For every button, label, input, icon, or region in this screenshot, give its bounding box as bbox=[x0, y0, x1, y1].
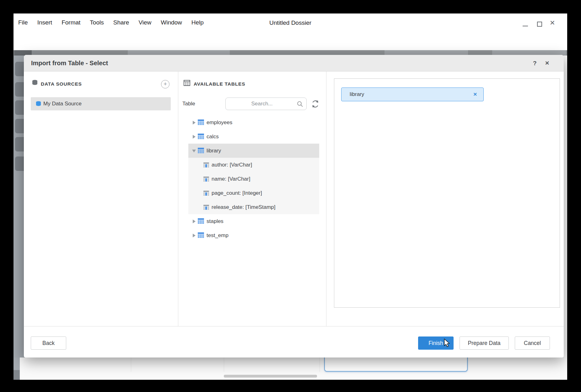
tree-item-table[interactable]: test_emp bbox=[188, 228, 319, 242]
table-icon bbox=[198, 134, 204, 139]
panel-divider bbox=[178, 72, 178, 326]
dialog-title: Import from Table - Select bbox=[31, 55, 108, 72]
data-sources-icon bbox=[31, 79, 38, 86]
tree-item-table[interactable]: staples bbox=[188, 214, 319, 228]
remove-table-icon[interactable]: ✕ bbox=[473, 88, 477, 101]
dialog-footer: Back Finish Prepare Data Cancel bbox=[24, 326, 564, 358]
chip-label: library bbox=[350, 88, 364, 101]
panel-divider bbox=[326, 72, 326, 326]
minimize-icon[interactable] bbox=[523, 26, 528, 26]
tree-item-column[interactable]: name: [VarChar] bbox=[188, 172, 319, 186]
tree-item-column[interactable]: author: [VarChar] bbox=[188, 158, 319, 172]
menu-bar: File Insert Format Tools Share View Wind… bbox=[13, 13, 567, 31]
caret-right-icon[interactable] bbox=[193, 220, 196, 223]
data-sources-header: DATA SOURCES bbox=[41, 81, 82, 87]
column-icon bbox=[203, 162, 209, 167]
import-from-table-dialog: Import from Table - Select ? ✕ DATA SOUR… bbox=[24, 55, 564, 358]
menu-share[interactable]: Share bbox=[113, 19, 129, 26]
tree-item-table-selected[interactable]: library bbox=[188, 144, 319, 158]
table-label: Table bbox=[182, 101, 195, 107]
column-icon bbox=[203, 177, 209, 182]
caret-right-icon[interactable] bbox=[193, 121, 196, 124]
background-horizontal-scrollbar bbox=[224, 375, 317, 378]
table-icon bbox=[198, 232, 204, 238]
help-icon[interactable]: ? bbox=[533, 55, 537, 72]
column-icon bbox=[203, 191, 209, 196]
tree-item-table[interactable]: employees bbox=[188, 115, 319, 130]
tables-tree: employees calcs library author: [VarChar… bbox=[188, 115, 319, 242]
tree-item-column[interactable]: release_date: [TimeStamp] bbox=[188, 200, 319, 214]
caret-down-icon[interactable] bbox=[192, 150, 196, 152]
screen: File Insert Format Tools Share View Wind… bbox=[0, 0, 581, 392]
add-data-source-button[interactable]: + bbox=[161, 80, 169, 88]
table-icon bbox=[198, 148, 204, 153]
prepare-data-button[interactable]: Prepare Data bbox=[460, 336, 509, 350]
menu-file[interactable]: File bbox=[18, 19, 28, 26]
caret-right-icon[interactable] bbox=[193, 135, 196, 139]
search-input[interactable] bbox=[228, 98, 296, 110]
menu-view[interactable]: View bbox=[138, 19, 151, 26]
menu-window[interactable]: Window bbox=[161, 19, 182, 26]
tree-item-column[interactable]: page_count: [Integer] bbox=[188, 186, 319, 200]
app-window: File Insert Format Tools Share View Wind… bbox=[13, 13, 567, 380]
toolbar: ⌄ T < > HTML bbox=[13, 31, 567, 50]
close-dialog-icon[interactable]: ✕ bbox=[545, 55, 549, 72]
column-icon bbox=[203, 205, 209, 210]
available-tables-header: AVAILABLE TABLES bbox=[194, 81, 245, 87]
table-icon bbox=[198, 119, 204, 125]
background-vertical-scrollbar bbox=[13, 370, 20, 380]
caret-right-icon[interactable] bbox=[193, 234, 196, 237]
database-icon bbox=[35, 101, 42, 107]
data-source-label: My Data Source bbox=[43, 101, 82, 107]
selected-tables-panel: library ✕ bbox=[334, 78, 560, 308]
refresh-tables-icon[interactable] bbox=[310, 99, 320, 109]
search-icon[interactable] bbox=[297, 101, 304, 108]
tree-item-table[interactable]: calcs bbox=[188, 130, 319, 144]
menu-insert[interactable]: Insert bbox=[37, 19, 52, 26]
data-source-item-my-data-source[interactable]: My Data Source bbox=[31, 97, 171, 110]
available-tables-icon bbox=[184, 80, 190, 86]
dialog-header: Import from Table - Select ? ✕ bbox=[24, 55, 564, 72]
selected-table-chip: library ✕ bbox=[341, 87, 484, 101]
menu-help[interactable]: Help bbox=[191, 19, 204, 26]
back-button[interactable]: Back bbox=[31, 336, 66, 350]
maximize-icon[interactable] bbox=[537, 22, 542, 27]
cancel-button[interactable]: Cancel bbox=[515, 336, 550, 350]
close-window-icon[interactable]: ✕ bbox=[550, 19, 555, 27]
menu-format[interactable]: Format bbox=[62, 19, 80, 26]
mouse-cursor-icon bbox=[442, 338, 451, 347]
table-search-box bbox=[225, 98, 307, 110]
table-icon bbox=[198, 218, 204, 224]
menu-tools[interactable]: Tools bbox=[90, 19, 104, 26]
